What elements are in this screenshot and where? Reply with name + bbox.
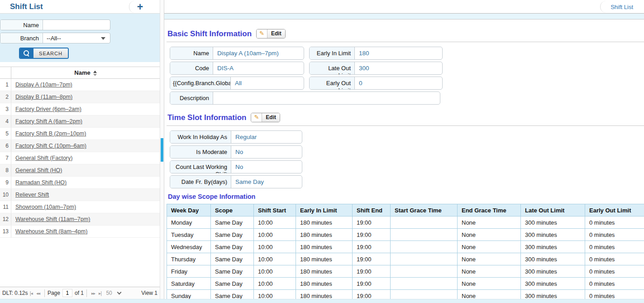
page-number-input[interactable] xyxy=(62,289,72,297)
table-cell: 0 minutes xyxy=(585,253,644,265)
basic-info-edit-button[interactable]: ✎ Edit xyxy=(256,29,286,38)
field-holiday-label: Work In Holiday As xyxy=(177,134,227,141)
list-item[interactable]: 11Showroom (10am–7pm) xyxy=(0,201,160,213)
column-header: Week Day xyxy=(167,204,211,216)
table-row: MondaySame Day10:00180 minutes19:00None3… xyxy=(167,216,644,229)
list-item[interactable]: 2Display B (11am–8pm) xyxy=(0,91,160,103)
row-number: 2 xyxy=(0,91,11,103)
shift-link[interactable]: General Shift (Factory) xyxy=(15,155,72,161)
divider xyxy=(86,289,87,297)
shift-link[interactable]: Ramadan Shift (HO) xyxy=(15,179,67,186)
list-item[interactable]: 1Display A (10am–7pm) xyxy=(0,79,160,91)
first-page-icon[interactable]: |◂ xyxy=(29,291,32,296)
branch-filter-select[interactable]: --All-- xyxy=(43,33,110,43)
shift-link[interactable]: General Shift (HO) xyxy=(15,167,62,173)
list-item[interactable]: 13Warehouse Shift (8am–4pm) xyxy=(0,226,160,238)
list-item[interactable]: 9Ramadan Shift (HO) xyxy=(0,177,160,189)
table-cell: None xyxy=(458,241,521,253)
column-header: Shift Start xyxy=(254,204,296,216)
vertical-scrollbar[interactable] xyxy=(160,0,164,299)
table-cell: Same Day xyxy=(211,216,254,229)
shift-link[interactable]: Factory Shift A (6am–2pm) xyxy=(15,118,82,125)
table-cell xyxy=(391,241,458,253)
table-cell: 180 minutes xyxy=(296,253,353,265)
dlt-time: DLT: 0.12s xyxy=(2,290,28,296)
field-description: Description xyxy=(170,91,440,105)
table-row: ThursdaySame Day10:00180 minutes19:00Non… xyxy=(167,253,644,265)
name-column-header[interactable]: Name xyxy=(11,69,160,76)
search-button-label: SEARCH xyxy=(33,48,68,58)
list-item[interactable]: 10Reliever Shift xyxy=(0,189,160,201)
table-cell: None xyxy=(458,265,521,278)
shift-link[interactable]: Display B (11am–8pm) xyxy=(15,94,72,100)
page-size-value[interactable]: 50 xyxy=(106,290,112,296)
basic-info-heading-row: Basic Shift Information ✎ Edit xyxy=(167,29,644,38)
next-page-icon[interactable]: ▸▸ xyxy=(91,291,95,296)
field-branch-value: All xyxy=(231,77,304,89)
plus-icon: + xyxy=(137,1,143,13)
field-code: Code DIS-A xyxy=(170,62,304,75)
pencil-icon: ✎ xyxy=(257,29,267,38)
table-cell: Same Day xyxy=(211,265,254,278)
sort-icon[interactable] xyxy=(93,71,97,76)
row-number: 6 xyxy=(0,140,11,152)
field-early-out-value: 0 xyxy=(355,77,442,89)
table-cell: 180 minutes xyxy=(296,216,353,229)
list-item[interactable]: 7General Shift (Factory) xyxy=(0,152,160,164)
field-code-value: DIS-A xyxy=(213,62,304,74)
time-slot-edit-button[interactable]: ✎ Edit xyxy=(251,113,280,122)
table-cell xyxy=(391,229,458,241)
table-cell: 0 minutes xyxy=(585,216,644,229)
day-wise-scope-title: Day wise Scope Information xyxy=(168,193,644,200)
column-header: Late Out Limit xyxy=(521,204,585,216)
page-size-chevron-icon[interactable] xyxy=(117,290,121,295)
basic-info-title: Basic Shift Information xyxy=(167,29,252,38)
name-filter-label: Name xyxy=(0,20,43,30)
row-number: 13 xyxy=(0,226,11,237)
sidebar-header: Shift List + xyxy=(0,0,160,14)
shift-link[interactable]: Showroom (10am–7pm) xyxy=(15,204,76,210)
list-item[interactable]: 5Factory Shift B (2pm–10pm) xyxy=(0,128,160,140)
field-moderate-value: No xyxy=(231,146,302,158)
table-cell: 10:00 xyxy=(254,278,296,290)
table-cell: None xyxy=(458,278,521,290)
field-name: Name Display A (10am–7pm) xyxy=(170,47,304,60)
last-page-icon[interactable]: ▸| xyxy=(99,291,101,296)
table-cell: 10:00 xyxy=(254,265,296,278)
table-cell: Wednesday xyxy=(167,241,211,253)
field-count-last-value: No xyxy=(231,161,302,173)
list-item[interactable]: 4Factory Shift A (6am–2pm) xyxy=(0,115,160,128)
list-item[interactable]: 8General Shift (HO) xyxy=(0,164,160,177)
shift-link[interactable]: Factory Shift C (10pm–6am) xyxy=(15,143,86,149)
main-content: Basic Shift Information ✎ Edit Name Disp… xyxy=(164,29,644,302)
shift-link[interactable]: Display A (10am–7pm) xyxy=(15,82,72,88)
prev-page-icon[interactable]: ◂◂ xyxy=(36,291,40,296)
table-cell: Same Day xyxy=(211,229,254,241)
name-filter-input[interactable] xyxy=(43,20,110,30)
shift-link[interactable]: Warehouse Shift (8am–4pm) xyxy=(15,228,87,235)
list-item[interactable]: 3Factory Driver (6pm–2am) xyxy=(0,103,160,115)
table-row: TuesdaySame Day10:00180 minutes19:00None… xyxy=(167,229,644,241)
tab-shift-list[interactable]: Shift List xyxy=(600,1,640,13)
table-row: FridaySame Day10:00180 minutes19:00None3… xyxy=(167,265,644,278)
table-cell xyxy=(391,253,458,265)
field-early-in-value: 180 xyxy=(355,47,442,59)
list-item[interactable]: 12Warehouse Shift (11am–7pm) xyxy=(0,213,160,226)
table-cell: 180 minutes xyxy=(296,229,353,241)
shift-link[interactable]: Factory Shift B (2pm–10pm) xyxy=(15,130,86,137)
table-row: SaturdaySame Day10:00180 minutes19:00Non… xyxy=(167,278,644,290)
table-cell: Thursday xyxy=(167,253,211,265)
add-shift-button[interactable]: + xyxy=(129,1,151,13)
shift-link[interactable]: Warehouse Shift (11am–7pm) xyxy=(15,216,90,222)
time-slot-title: Time Slot Information xyxy=(167,113,246,122)
table-cell: 10:00 xyxy=(254,253,296,265)
day-wise-scope-table: Week DayScopeShift StartEarly In LimitSh… xyxy=(167,204,644,302)
name-filter-row: Name xyxy=(0,19,110,30)
list-item[interactable]: 6Factory Shift C (10pm–6am) xyxy=(0,140,160,152)
shift-link[interactable]: Factory Driver (6pm–2am) xyxy=(15,106,81,112)
row-number: 5 xyxy=(0,128,11,139)
shift-link[interactable]: Reliever Shift xyxy=(15,192,49,198)
field-date-fr-by-days: Date Fr. By(days) Same Day xyxy=(170,175,302,188)
search-button[interactable]: SEARCH xyxy=(19,48,69,59)
scrollbar-thumb[interactable] xyxy=(161,138,163,162)
